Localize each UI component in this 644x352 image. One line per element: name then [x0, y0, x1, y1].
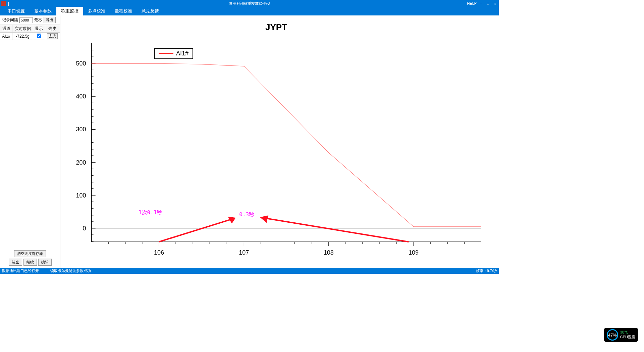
continue-button[interactable]: 继续	[23, 259, 37, 266]
ytick-500: 500	[76, 60, 86, 67]
export-button[interactable]: 导出	[44, 17, 56, 23]
status-bar: 数据通讯端口已经打开 读取卡尔曼滤波参数成功 帧率：9.7/秒	[0, 268, 499, 274]
status-left: 数据通讯端口已经打开	[2, 268, 39, 273]
tare-button[interactable]: 去皮	[47, 33, 58, 39]
chart-svg[interactable]: 500 400 300 200 100 0 106 107	[64, 36, 489, 258]
svg-marker-53	[229, 218, 234, 222]
tab-weight-monitor[interactable]: 称重监控	[56, 7, 83, 15]
minimize-button[interactable]: —	[479, 1, 484, 6]
clear-button[interactable]: 清空	[9, 259, 22, 266]
ytick-400: 400	[76, 93, 86, 100]
tab-range-cal[interactable]: 量程校准	[110, 7, 137, 15]
chart-legend: AI1#	[154, 48, 193, 59]
clear-tare-register-button[interactable]: 清空去皮寄存器	[14, 250, 46, 257]
chart-area: JYPT 500 400 300 200 100 0	[60, 15, 499, 268]
ytick-0: 0	[83, 225, 86, 232]
help-link[interactable]: HELP	[467, 1, 477, 5]
svg-marker-55	[261, 216, 267, 222]
col-realtime-data: 实时数据	[12, 25, 33, 33]
cell-tare: 去皮	[45, 33, 60, 40]
col-channel: 通道	[0, 25, 12, 33]
show-checkbox[interactable]	[37, 34, 41, 38]
tab-multi-point-cal[interactable]: 多点校准	[83, 7, 110, 15]
ytick-200: 200	[76, 159, 86, 166]
col-display: 显示	[33, 25, 45, 33]
tab-basic-params[interactable]: 基本参数	[30, 7, 56, 15]
interval-unit: 毫秒	[34, 17, 42, 23]
channel-table: 通道 实时数据 显示 去皮 AI1# -722.5g 去皮	[0, 25, 60, 40]
tab-serial-settings[interactable]: 串口设置	[3, 7, 30, 15]
table-row: AI1# -722.5g 去皮	[0, 33, 60, 40]
chart-title: JYPT	[64, 22, 489, 33]
ytick-300: 300	[76, 126, 86, 133]
legend-line-icon	[159, 53, 173, 54]
cell-show	[33, 33, 45, 40]
annotation-2: 0.3秒	[239, 211, 254, 218]
xtick-108: 108	[324, 249, 334, 256]
close-button[interactable]: ✕	[492, 1, 497, 6]
app-icon	[1, 1, 6, 6]
tab-bar: 串口设置 基本参数 称重监控 多点校准 量程校准 意见反馈	[0, 7, 499, 15]
interval-input[interactable]	[19, 17, 33, 23]
cell-value: -722.5g	[12, 33, 33, 40]
sidebar: 记录间隔 毫秒 导出 通道 实时数据 显示 去皮 AI1# -722.5g 去皮…	[0, 15, 60, 268]
xtick-107: 107	[239, 249, 249, 256]
col-tare: 去皮	[45, 25, 60, 33]
annotation-1: 1次0.1秒	[139, 209, 162, 216]
status-right: 帧率：9.7/秒	[476, 268, 497, 273]
maximize-button[interactable]: ❐	[486, 1, 491, 6]
title-bar: | 聚英翱翔称重校准软件v3 HELP — ❐ ✕	[0, 0, 499, 7]
status-mid: 读取卡尔曼滤波参数成功	[50, 268, 91, 273]
xtick-109: 109	[409, 249, 419, 256]
series-AI1	[92, 63, 481, 227]
interval-label: 记录间隔	[2, 17, 18, 23]
xtick-106: 106	[154, 249, 164, 256]
window-title: 聚英翱翔称重校准软件v3	[229, 1, 270, 6]
tab-feedback[interactable]: 意见反馈	[137, 7, 164, 15]
edit-button[interactable]: 编辑	[38, 259, 52, 266]
legend-label: AI1#	[176, 50, 189, 57]
cursor-marker: |	[8, 1, 9, 6]
ytick-100: 100	[76, 192, 86, 199]
cell-channel: AI1#	[0, 33, 12, 40]
svg-line-54	[261, 218, 409, 242]
svg-line-52	[159, 218, 234, 242]
